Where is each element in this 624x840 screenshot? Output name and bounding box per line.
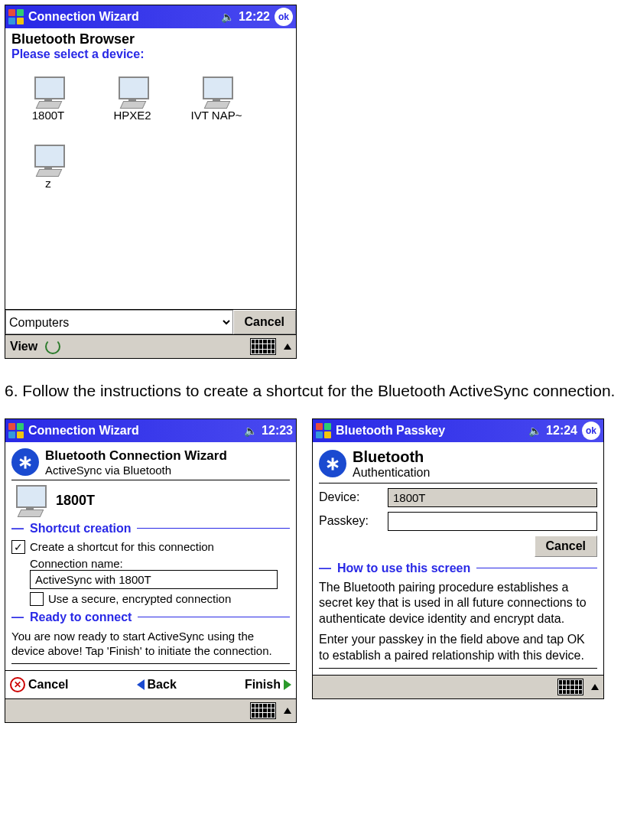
keyboard-icon[interactable] <box>557 679 583 695</box>
computer-icon <box>30 145 67 177</box>
bt-subtitle: Authentication <box>353 466 430 480</box>
passkey-label: Passkey: <box>319 514 380 528</box>
cancel-button[interactable]: ✕ Cancel <box>10 677 68 692</box>
cancel-button[interactable]: Cancel <box>535 536 597 557</box>
keyboard-icon[interactable] <box>250 338 276 355</box>
wizard-subtitle: ActiveSync via Bluetooth <box>45 464 227 477</box>
titlebar: Bluetooth Passkey 12:24 ok <box>313 419 603 442</box>
computer-icon <box>198 77 235 109</box>
bt-title: Bluetooth <box>353 448 430 466</box>
back-button[interactable]: Back <box>137 678 177 692</box>
computer-icon <box>11 485 48 517</box>
help-para-2: Enter your passkey in the field above an… <box>319 632 597 664</box>
volume-icon[interactable] <box>244 424 257 438</box>
create-shortcut-checkbox[interactable]: ✓ Create a shortcut for this connection <box>11 540 290 554</box>
device-item[interactable]: z <box>18 145 79 190</box>
selected-device: 1800T <box>56 493 95 509</box>
screen-bluetooth-passkey: Bluetooth Passkey 12:24 ok ∗ Bluetooth A… <box>312 418 604 700</box>
computer-icon <box>114 77 151 109</box>
up-arrow-icon[interactable] <box>284 708 291 714</box>
clock: 12:24 <box>546 424 577 438</box>
instruction-text: 6. Follow the instructions to create a s… <box>0 363 624 418</box>
window-title: Connection Wizard <box>28 424 139 438</box>
bluetooth-icon: ∗ <box>319 450 346 477</box>
volume-icon[interactable] <box>221 10 234 24</box>
passkey-input[interactable] <box>388 512 597 531</box>
device-label: z <box>45 177 51 190</box>
cancel-button[interactable]: Cancel <box>233 310 296 334</box>
ok-button[interactable]: ok <box>275 8 293 26</box>
bottom-menubar: View <box>5 334 296 358</box>
device-list: 1800T HPXE2 IVT NAP~ z <box>11 61 290 306</box>
device-label: Device: <box>319 490 380 504</box>
bottom-menubar <box>313 675 603 698</box>
section-how-to-use: —How to use this screen <box>319 562 597 575</box>
device-field <box>388 488 597 507</box>
windows-logo-icon[interactable] <box>316 423 331 438</box>
section-shortcut-creation: —Shortcut creation <box>11 522 290 536</box>
device-item[interactable]: HPXE2 <box>102 77 163 122</box>
ok-button[interactable]: ok <box>582 422 600 440</box>
bottom-menubar <box>5 698 296 722</box>
keyboard-icon[interactable] <box>250 702 276 719</box>
window-title: Bluetooth Passkey <box>336 424 445 438</box>
device-label: 1800T <box>32 109 65 122</box>
help-para-1: The Bluetooth pairing procedure establis… <box>319 580 597 627</box>
ready-text: You are now ready to start ActiveSync us… <box>11 629 290 659</box>
filter-bar: Computers Cancel <box>5 309 296 334</box>
arrow-right-icon <box>284 679 291 690</box>
wizard-title: Bluetooth Connection Wizard <box>45 448 227 464</box>
checkbox-unchecked-icon <box>30 592 44 606</box>
up-arrow-icon[interactable] <box>284 343 291 350</box>
clock: 12:23 <box>262 424 293 438</box>
device-label: IVT NAP~ <box>191 109 242 122</box>
connection-name-input[interactable] <box>30 570 278 589</box>
secure-connection-checkbox[interactable]: Use a secure, encrypted connection <box>30 592 290 606</box>
view-menu[interactable]: View <box>10 340 37 353</box>
cancel-icon: ✕ <box>10 677 25 692</box>
screen-connection-wizard: Connection Wizard 12:23 ∗ Bluetooth Conn… <box>5 418 297 723</box>
connection-name-label: Connection name: <box>30 557 290 570</box>
section-ready-to-connect: —Ready to connect <box>11 610 290 624</box>
finish-button[interactable]: Finish <box>245 678 291 692</box>
windows-logo-icon[interactable] <box>8 9 24 24</box>
page-subheading: Please select a device: <box>11 47 290 61</box>
refresh-icon[interactable] <box>45 339 60 354</box>
up-arrow-icon[interactable] <box>591 684 599 690</box>
windows-logo-icon[interactable] <box>8 423 24 438</box>
arrow-left-icon <box>137 679 145 690</box>
computer-icon <box>30 77 67 109</box>
checkbox-checked-icon: ✓ <box>11 540 25 554</box>
titlebar: Connection Wizard 12:22 ok <box>5 5 296 28</box>
volume-icon[interactable] <box>528 424 541 438</box>
page-heading: Bluetooth Browser <box>11 31 290 47</box>
device-item[interactable]: 1800T <box>18 77 79 122</box>
clock: 12:22 <box>239 10 270 24</box>
window-title: Connection Wizard <box>28 10 139 24</box>
category-select[interactable]: Computers <box>5 310 233 334</box>
device-item[interactable]: IVT NAP~ <box>186 77 247 122</box>
screen-bluetooth-browser: Connection Wizard 12:22 ok Bluetooth Bro… <box>5 5 297 359</box>
bluetooth-icon: ∗ <box>11 448 39 476</box>
titlebar: Connection Wizard 12:23 <box>5 419 296 442</box>
device-label: HPXE2 <box>113 109 151 122</box>
wizard-action-bar: ✕ Cancel Back Finish <box>5 670 296 698</box>
